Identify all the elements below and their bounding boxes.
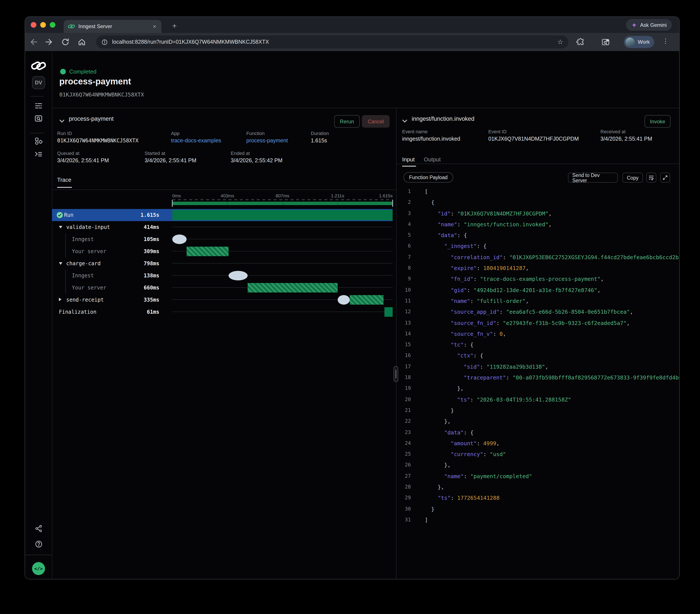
workspace-badge[interactable]: DV bbox=[25, 76, 52, 89]
payload-type-chip[interactable]: Function Payload bbox=[403, 172, 453, 183]
timeline-minimap[interactable] bbox=[172, 199, 393, 205]
code-line-content: "source_app_id": "eea6afc5-e66d-5b26-850… bbox=[425, 307, 633, 318]
trace-step-name: charge-card bbox=[66, 257, 101, 270]
search-tabs-icon[interactable] bbox=[601, 38, 610, 46]
line-number: 28 bbox=[402, 482, 411, 493]
trace-row-inngest[interactable]: Inngest138ms bbox=[52, 270, 393, 282]
chevron-right-icon[interactable] bbox=[59, 298, 61, 301]
site-info-icon[interactable] bbox=[101, 39, 108, 45]
axis-tick: 403ms bbox=[221, 193, 234, 198]
span-bar-solid bbox=[172, 210, 393, 220]
chevron-down-icon[interactable] bbox=[59, 117, 64, 120]
field-value: 3/4/2026, 2:55:41 PM bbox=[57, 157, 109, 164]
trace-row-duration: 1.615s bbox=[135, 209, 159, 221]
trace-row-duration: 335ms bbox=[135, 294, 159, 306]
chevron-down-icon[interactable] bbox=[59, 226, 62, 229]
run-meta-app: Apptrace-docs-examples bbox=[171, 131, 221, 144]
copy-button[interactable]: Copy bbox=[623, 172, 643, 183]
dev-server-button[interactable]: </> bbox=[32, 562, 45, 575]
tab-title: Inngest Server bbox=[78, 23, 152, 29]
profile-chip[interactable]: Work bbox=[624, 36, 654, 48]
panel-divider bbox=[396, 108, 397, 579]
url-text[interactable]: localhost:8288/run?runID=01KJX6Q7W64NMKM… bbox=[112, 39, 553, 45]
code-line-content: "traceparent": "00-a073fb598bfff8af82956… bbox=[425, 372, 679, 383]
page-title: process-payment bbox=[59, 77, 131, 87]
home-button[interactable] bbox=[77, 38, 86, 46]
trace-row-label-cell: Your server bbox=[52, 245, 135, 257]
code-line-content: "name": "inngest/function.invoked", bbox=[425, 219, 552, 230]
back-button[interactable] bbox=[29, 38, 38, 46]
trace-row-run[interactable]: Run1.615s bbox=[52, 209, 393, 221]
code-line: 15"tc": { bbox=[402, 339, 679, 350]
browser-menu-icon[interactable]: ⋮ bbox=[662, 37, 669, 45]
rerun-button[interactable]: Rerun bbox=[334, 115, 360, 128]
help-icon[interactable] bbox=[25, 540, 52, 548]
toolbar-separator bbox=[602, 38, 602, 46]
span-bar-hatch bbox=[187, 247, 229, 256]
toolbar-separator bbox=[578, 38, 579, 46]
line-number: 25 bbox=[402, 449, 411, 460]
code-line: 5"data": { bbox=[402, 230, 679, 241]
forward-button[interactable] bbox=[45, 38, 54, 46]
ask-gemini-button[interactable]: Ask Gemini bbox=[626, 19, 672, 31]
code-line-content: "data": { bbox=[425, 230, 467, 241]
field-label: Run ID bbox=[57, 131, 139, 136]
sidebar-item-events[interactable] bbox=[25, 114, 52, 123]
trace-row-charge-card[interactable]: charge-card798ms bbox=[52, 257, 393, 270]
field-value[interactable]: process-payment bbox=[246, 138, 288, 144]
close-window-button[interactable] bbox=[31, 22, 36, 28]
browser-window: Inngest Server × + Ask Gemini bbox=[25, 16, 680, 579]
extensions-icon[interactable] bbox=[576, 38, 585, 46]
timeline-baseline bbox=[172, 239, 393, 239]
chevron-down-icon[interactable] bbox=[59, 262, 62, 265]
bookmark-star-icon[interactable]: ☆ bbox=[557, 38, 563, 46]
expand-icon[interactable] bbox=[660, 172, 670, 183]
field-value[interactable]: trace-docs-examples bbox=[171, 138, 221, 144]
trace-row-your-server[interactable]: Your server660ms bbox=[52, 282, 393, 294]
tab-close-icon[interactable]: × bbox=[152, 23, 157, 30]
timeline-baseline bbox=[172, 311, 393, 312]
code-line-content: "correlation_id": "01KJX6P53EB6C2752XGSE… bbox=[425, 252, 679, 263]
trace-row-timeline bbox=[172, 306, 393, 318]
browser-tab[interactable]: Inngest Server × bbox=[64, 20, 161, 33]
field-value: 01KJX6Q7V81N4DMZ7HFJ0CGPDM bbox=[488, 136, 579, 142]
code-line: 4"name": "inngest/function.invoked", bbox=[402, 219, 679, 230]
trace-row-send-receipt[interactable]: send-receipt335ms bbox=[52, 294, 393, 306]
trace-row-label-cell: Finalization bbox=[52, 306, 135, 318]
line-number: 10 bbox=[402, 284, 411, 295]
invoke-button[interactable]: Invoke bbox=[645, 115, 671, 128]
word-wrap-icon[interactable] bbox=[646, 172, 656, 183]
chevron-down-icon[interactable] bbox=[402, 117, 407, 120]
panel-resize-handle[interactable] bbox=[393, 366, 398, 382]
field-label: Received at bbox=[600, 129, 652, 134]
tab-trace[interactable]: Trace bbox=[57, 177, 72, 183]
trace-row-finalization[interactable]: Finalization61ms bbox=[52, 306, 393, 318]
trace-row-duration: 798ms bbox=[135, 257, 159, 270]
tab-input[interactable]: Input bbox=[402, 156, 415, 163]
new-tab-button[interactable]: + bbox=[169, 20, 180, 31]
rail-divider bbox=[25, 555, 52, 555]
inngest-dev-server-app: DV bbox=[25, 51, 679, 579]
share-icon[interactable] bbox=[25, 524, 52, 533]
code-line-content: } bbox=[425, 405, 454, 416]
trace-row-inngest[interactable]: Inngest105ms bbox=[52, 233, 393, 245]
sidebar-item-apps[interactable] bbox=[25, 137, 52, 145]
url-bar[interactable]: localhost:8288/run?runID=01KJX6Q7W64NMKM… bbox=[96, 36, 568, 49]
trace-step-name: validate-input bbox=[66, 221, 110, 233]
sidebar-item-runs[interactable] bbox=[25, 101, 52, 110]
code-line-content: } bbox=[425, 503, 434, 514]
trace-row-duration: 414ms bbox=[135, 221, 159, 233]
line-number: 23 bbox=[402, 427, 411, 438]
minimize-window-button[interactable] bbox=[40, 22, 46, 28]
trace-row-validate-input[interactable]: validate-input414ms bbox=[52, 221, 393, 233]
maximize-window-button[interactable] bbox=[50, 22, 55, 28]
run-meta-started-at: Started at3/4/2026, 2:55:41 PM bbox=[145, 151, 196, 164]
code-line: 29"ts": 1772654141288 bbox=[402, 493, 679, 504]
cancel-button[interactable]: Cancel bbox=[362, 115, 390, 128]
reload-button[interactable] bbox=[61, 38, 70, 46]
send-to-dev-server-button[interactable]: Send to Dev Server bbox=[568, 172, 618, 183]
tab-output[interactable]: Output bbox=[424, 156, 441, 163]
minimap-tick bbox=[227, 202, 228, 205]
trace-row-your-server[interactable]: Your server309ms bbox=[52, 245, 393, 257]
sidebar-item-functions[interactable] bbox=[25, 150, 52, 158]
